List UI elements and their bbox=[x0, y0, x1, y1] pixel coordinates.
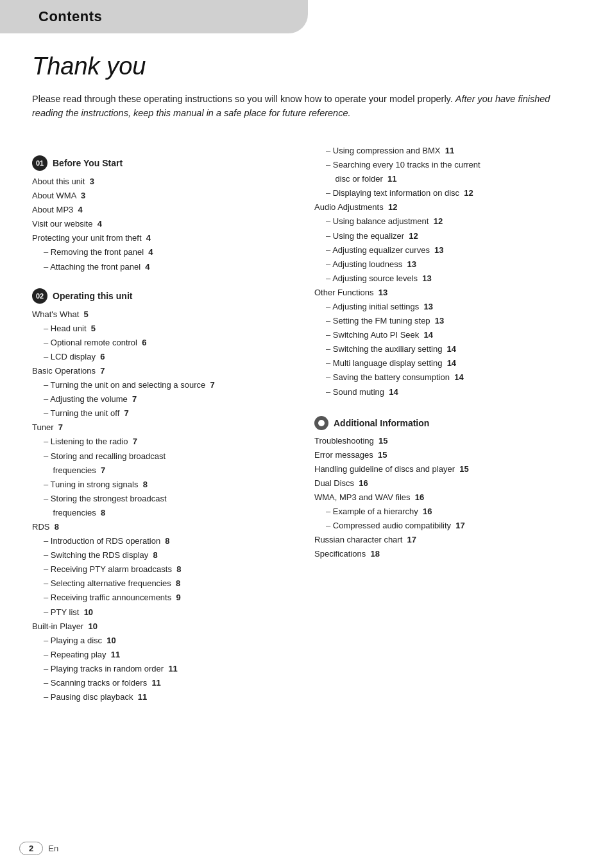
right-column: – Using compression and BMX 11 – Searchi… bbox=[314, 144, 580, 562]
toc-adjusting-volume: – Adjusting the volume 7 bbox=[32, 392, 289, 406]
two-column-layout: 01 Before You Start About this unit 3 Ab… bbox=[32, 144, 580, 704]
toc-sound-muting: – Sound muting 14 bbox=[314, 385, 580, 399]
toc-random-order: – Playing tracks in random order 11 bbox=[32, 662, 289, 676]
toc-balance: – Using balance adjustment 12 bbox=[314, 214, 580, 229]
toc-basic-ops: Basic Operations 7 bbox=[32, 364, 289, 378]
toc-saving-battery: – Saving the battery consumption 14 bbox=[314, 370, 580, 385]
toc-auto-pi-seek: – Switching Auto PI Seek 14 bbox=[314, 328, 580, 342]
toc-aux-setting: – Switching the auxiliary setting 14 bbox=[314, 342, 580, 356]
toc-hierarchy: – Example of a hierarchy 16 bbox=[314, 505, 580, 519]
toc-multi-language: – Multi language display setting 14 bbox=[314, 356, 580, 370]
header-bar: Contents bbox=[0, 0, 308, 33]
intro-normal: Please read through these operating inst… bbox=[32, 94, 453, 104]
content-area: Thank you Please read through these oper… bbox=[0, 53, 612, 730]
toc-rds-display: – Switching the RDS display 8 bbox=[32, 548, 289, 562]
toc-specifications: Specifications 18 bbox=[314, 547, 580, 561]
toc-remote-control: – Optional remote control 6 bbox=[32, 336, 289, 350]
toc-playing-disc: – Playing a disc 10 bbox=[32, 634, 289, 648]
page-number: 2 bbox=[19, 842, 43, 855]
toc-handling-guideline: Handling guideline of discs and player 1… bbox=[314, 462, 580, 476]
toc-rds: RDS 8 bbox=[32, 520, 289, 534]
toc-listening-radio: – Listening to the radio 7 bbox=[32, 435, 289, 449]
toc-tuning-strong: – Tuning in strong signals 8 bbox=[32, 478, 289, 492]
page-title: Contents bbox=[38, 8, 102, 25]
toc-about-wma: About WMA 3 bbox=[32, 189, 289, 203]
footer: 2 En bbox=[19, 842, 58, 855]
toc-pty-list: – PTY list 10 bbox=[32, 605, 289, 620]
toc-tuner: Tuner 7 bbox=[32, 421, 289, 435]
section-02-header: 02 Operating this unit bbox=[32, 288, 289, 304]
section-02-num: 02 bbox=[32, 288, 47, 304]
toc-pausing-disc: – Pausing disc playback 11 bbox=[32, 690, 289, 704]
page: Contents Thank you Please read through t… bbox=[0, 0, 612, 868]
toc-attaching-panel: – Attaching the front panel 4 bbox=[32, 260, 289, 274]
toc-troubleshooting: Troubleshooting 15 bbox=[314, 434, 580, 448]
thank-you-title: Thank you bbox=[32, 53, 580, 80]
toc-audio-adj: Audio Adjustments 12 bbox=[314, 200, 580, 214]
toc-source-levels: – Adjusting source levels 13 bbox=[314, 272, 580, 286]
toc-traffic: – Receiving traffic announcements 9 bbox=[32, 591, 289, 605]
additional-items: Troubleshooting 15 Error messages 15 Han… bbox=[314, 434, 580, 562]
language-label: En bbox=[48, 844, 58, 853]
toc-about-unit: About this unit 3 bbox=[32, 175, 289, 189]
toc-initial-settings: – Adjusting initial settings 13 bbox=[314, 300, 580, 314]
toc-alt-freq: – Selecting alternative frequencies 8 bbox=[32, 577, 289, 591]
toc-storing-strongest: – Storing the strongest broadcast freque… bbox=[32, 492, 289, 520]
toc-lcd-display: – LCD display 6 bbox=[32, 350, 289, 364]
toc-turning-on: – Turning the unit on and selecting a so… bbox=[32, 378, 289, 392]
toc-removing-panel: – Removing the front panel 4 bbox=[32, 245, 289, 259]
toc-builtin-player: Built-in Player 10 bbox=[32, 620, 289, 634]
toc-equalizer: – Using the equalizer 12 bbox=[314, 229, 580, 243]
toc-scanning-tracks: – Scanning tracks or folders 11 bbox=[32, 676, 289, 690]
toc-storing-recalling: – Storing and recalling broadcast freque… bbox=[32, 449, 289, 478]
toc-wma-mp3-wav: WMA, MP3 and WAV files 16 bbox=[314, 490, 580, 505]
toc-head-unit: – Head unit 5 bbox=[32, 322, 289, 336]
section-02-title: Operating this unit bbox=[53, 291, 132, 301]
toc-loudness: – Adjusting loudness 13 bbox=[314, 257, 580, 272]
toc-rds-intro: – Introduction of RDS operation 8 bbox=[32, 534, 289, 548]
toc-about-mp3: About MP3 4 bbox=[32, 203, 289, 217]
toc-error-messages: Error messages 15 bbox=[314, 448, 580, 462]
toc-other-functions: Other Functions 13 bbox=[314, 286, 580, 300]
toc-pty-alarm: – Receiving PTY alarm broadcasts 8 bbox=[32, 562, 289, 577]
toc-displaying-text: – Displaying text information on disc 12 bbox=[314, 186, 580, 200]
section-01-items: About this unit 3 About WMA 3 About MP3 … bbox=[32, 175, 289, 274]
left-column: 01 Before You Start About this unit 3 Ab… bbox=[32, 144, 289, 704]
toc-protecting: Protecting your unit from theft 4 bbox=[32, 231, 289, 245]
toc-compressed-audio: – Compressed audio compatibility 17 bbox=[314, 519, 580, 533]
additional-title: Additional Information bbox=[334, 418, 429, 428]
toc-repeating-play: – Repeating play 11 bbox=[32, 648, 289, 662]
additional-section: Additional Information Troubleshooting 1… bbox=[314, 416, 580, 562]
section-02-items: What's What 5 – Head unit 5 – Optional r… bbox=[32, 308, 289, 705]
toc-visit-website: Visit our website 4 bbox=[32, 217, 289, 231]
toc-searching-10-tracks: – Searching every 10 tracks in the curre… bbox=[314, 158, 580, 186]
section-01-header: 01 Before You Start bbox=[32, 155, 289, 171]
additional-header: Additional Information bbox=[314, 416, 580, 430]
section-01-num: 01 bbox=[32, 155, 47, 171]
intro-text: Please read through these operating inst… bbox=[32, 92, 558, 121]
toc-russian-chart: Russian character chart 17 bbox=[314, 533, 580, 547]
section-01-title: Before You Start bbox=[53, 158, 123, 168]
toc-turning-off: – Turning the unit off 7 bbox=[32, 406, 289, 421]
svg-point-0 bbox=[318, 420, 325, 426]
toc-eq-curves: – Adjusting equalizer curves 13 bbox=[314, 243, 580, 257]
toc-compression-bmx: – Using compression and BMX 11 bbox=[314, 144, 580, 158]
toc-fm-tuning: – Setting the FM tuning step 13 bbox=[314, 314, 580, 328]
toc-whats-what: What's What 5 bbox=[32, 308, 289, 322]
toc-dual-discs: Dual Discs 16 bbox=[314, 476, 580, 490]
additional-dot bbox=[314, 416, 328, 430]
right-col-items: – Using compression and BMX 11 – Searchi… bbox=[314, 144, 580, 399]
